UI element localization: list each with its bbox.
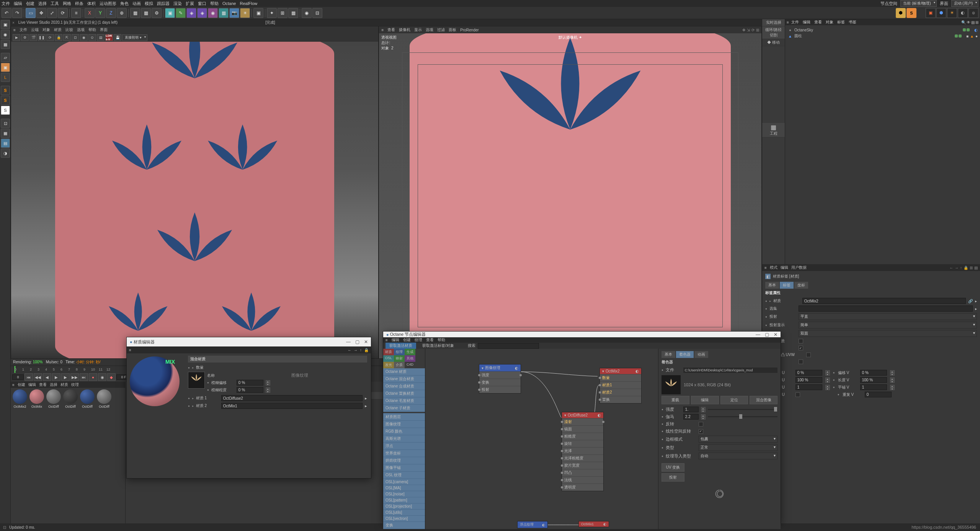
ntab-c4d[interactable]: C4D (405, 362, 415, 368)
material-field[interactable] (802, 298, 966, 304)
octane-s-icon[interactable]: S (906, 8, 916, 18)
goto-start-button[interactable]: ⏮ (24, 373, 33, 381)
mat-win-up[interactable]: ↑ (360, 348, 362, 352)
side-dropdown[interactable]: 双面 (799, 330, 977, 337)
node-menu-view[interactable]: 查看 (426, 337, 434, 343)
node-palette-item[interactable]: OSL 纹理 (383, 472, 425, 479)
node-palette-item[interactable]: OSL[utils] (383, 510, 425, 516)
lv-menu-hamburger[interactable]: ≡ (13, 28, 16, 32)
misc5-button[interactable]: ⊟ (312, 8, 322, 18)
node-editor-titlebar[interactable]: ● Octane 节点编辑器 — ▢ ✕ (383, 332, 781, 337)
om-more-icon[interactable]: ⊞ (975, 20, 978, 25)
util2-icon[interactable]: ⬢ (936, 8, 946, 18)
port-film-width[interactable]: 胶片宽度 (562, 462, 603, 469)
vp-layout-icon[interactable]: ⊞ (756, 28, 759, 32)
node-palette-item[interactable]: 图像纹理 (383, 421, 425, 428)
goto-end-button[interactable]: ⏭ (80, 373, 88, 381)
lv-save[interactable]: 💾 (114, 34, 121, 41)
am-more-icon[interactable]: ▤ (974, 266, 978, 270)
util3-icon[interactable]: ☀ (947, 8, 957, 18)
am-new-icon[interactable]: ⊞ (970, 266, 973, 270)
render-region-button[interactable]: ▦ (141, 8, 151, 18)
repeat-v-field[interactable] (865, 392, 892, 397)
prev-key-button[interactable]: ◀◀ (34, 373, 42, 381)
proj-display-dropdown[interactable]: 简单 (799, 322, 977, 328)
menu-mesh[interactable]: 网格 (63, 1, 71, 7)
blur-scale-field[interactable] (237, 387, 263, 393)
workplane-mode[interactable]: ▦ (1, 40, 10, 49)
port-sheen[interactable]: 光泽 (562, 447, 603, 454)
selection-field[interactable] (799, 306, 973, 312)
camera-button[interactable]: 📷 (229, 8, 239, 18)
s-tool-3[interactable]: S (1, 106, 10, 115)
nodespace-dropdown[interactable]: 当前 (标准/物理) (900, 0, 936, 7)
mat-win-min[interactable]: — (346, 339, 351, 345)
misc1-button[interactable]: ✦ (267, 8, 277, 18)
undo-button[interactable]: ↶ (2, 8, 11, 18)
tile-check[interactable] (799, 346, 803, 350)
ntab-gen[interactable]: 生成 (405, 349, 415, 355)
mat-swatch-4[interactable]: OctDiff (80, 389, 95, 408)
select-tool[interactable]: ▭ (26, 8, 36, 18)
frame-start-input[interactable] (12, 374, 24, 380)
node-palette-item[interactable]: Octane 毛发材质 (383, 397, 425, 405)
mat-swatch-5[interactable]: OctDiff (96, 389, 112, 408)
util5-icon[interactable]: ⛭ (969, 8, 978, 18)
mm-edit[interactable]: 编辑 (28, 382, 36, 387)
am-edit[interactable]: 编辑 (781, 265, 788, 270)
om-tab-objects[interactable]: 对象 (824, 19, 835, 25)
am-lock-icon[interactable]: 🔒 (964, 266, 968, 270)
mm-create[interactable]: 创建 (18, 382, 25, 387)
mm-view[interactable]: 查看 (39, 382, 47, 387)
port-normal[interactable]: 法线 (562, 476, 603, 484)
persp-menu-camera[interactable]: 摄像机 (399, 27, 410, 33)
mat-win-hamburger[interactable]: ≡ (129, 348, 131, 352)
blur-offset-field[interactable] (237, 380, 263, 386)
node-octmix2[interactable]: ▾ OctMix2◐ 数量 材质1 材质2 置换 (599, 368, 642, 404)
port-diffuse[interactable]: 漫射 (562, 418, 603, 425)
lv-menu-options[interactable]: 选项 (77, 27, 85, 33)
om-tab-tags[interactable]: 标签 (836, 19, 846, 25)
spline-primitive[interactable]: ✎ (176, 8, 186, 18)
om-tab-file[interactable]: 文件 (790, 19, 800, 25)
ntab-map[interactable]: 映射 (394, 355, 405, 362)
mat-swatch-3[interactable]: OctDiff (63, 389, 78, 408)
texture-mode[interactable]: ◉ (1, 30, 10, 39)
work-tool[interactable]: ▤ (1, 139, 10, 148)
file-path-field[interactable]: C:\Users\HDM\Desktop\C14\tex\cgaxis_mod (683, 368, 777, 373)
lv-menu-layout[interactable]: 界面 (100, 27, 108, 33)
mat1-pick[interactable]: ▸ (365, 396, 367, 401)
port-intensity[interactable]: 强度 (479, 371, 521, 379)
node-palette-item[interactable]: 世界坐标 (383, 450, 425, 457)
lv-lock[interactable]: 🔒 (55, 34, 62, 41)
lv-pick2[interactable]: ⊡ (72, 34, 79, 41)
s-tool-2[interactable]: S (1, 96, 10, 105)
node-win-max[interactable]: ▢ (765, 332, 769, 337)
node-palette-item[interactable]: Octane 子材质 (383, 405, 425, 412)
mat-win-fwd[interactable]: → (354, 348, 358, 352)
om-search-icon[interactable]: 🔍 (961, 20, 966, 25)
get-active-tag-button[interactable]: 获取激活标签/对象 (418, 343, 458, 349)
lv-pick[interactable]: ⇱ (63, 34, 71, 41)
port-displacement[interactable]: 置换 (600, 396, 641, 403)
field-button[interactable]: ◉ (208, 8, 218, 18)
lv-refresh[interactable]: ⟳ (46, 34, 54, 41)
gamma-field[interactable] (683, 414, 699, 420)
mm-material[interactable]: 材质 (60, 382, 68, 387)
node-palette-item[interactable]: OSL[camera] (383, 479, 425, 485)
invert-check[interactable] (699, 422, 703, 426)
volume-button[interactable]: ▣ (253, 8, 263, 18)
node-editor-window[interactable]: ● Octane 节点编辑器 — ▢ ✕ ≡ 编辑 创建 纹理 查看 帮助 获取… (383, 331, 781, 523)
port-bump[interactable]: 凹凸 (562, 469, 603, 476)
lv-menu-material[interactable]: 材质 (54, 27, 62, 33)
edge-mode[interactable]: ▱ (1, 53, 10, 62)
cyl-tag1-icon[interactable]: ■ (966, 34, 969, 38)
prop-tab-shader[interactable]: 着色器 (676, 351, 694, 358)
menu-volume[interactable]: 体积 (87, 1, 96, 7)
menu-select[interactable]: 选择 (38, 1, 47, 7)
deformer-button[interactable]: ◈ (197, 8, 207, 18)
ntab-osl[interactable]: OSL (383, 355, 394, 362)
lv-menu-help[interactable]: 帮助 (88, 27, 96, 33)
cyl-tag2-icon[interactable]: ▲ (970, 34, 974, 38)
port-transform[interactable]: 变换 (479, 379, 521, 386)
